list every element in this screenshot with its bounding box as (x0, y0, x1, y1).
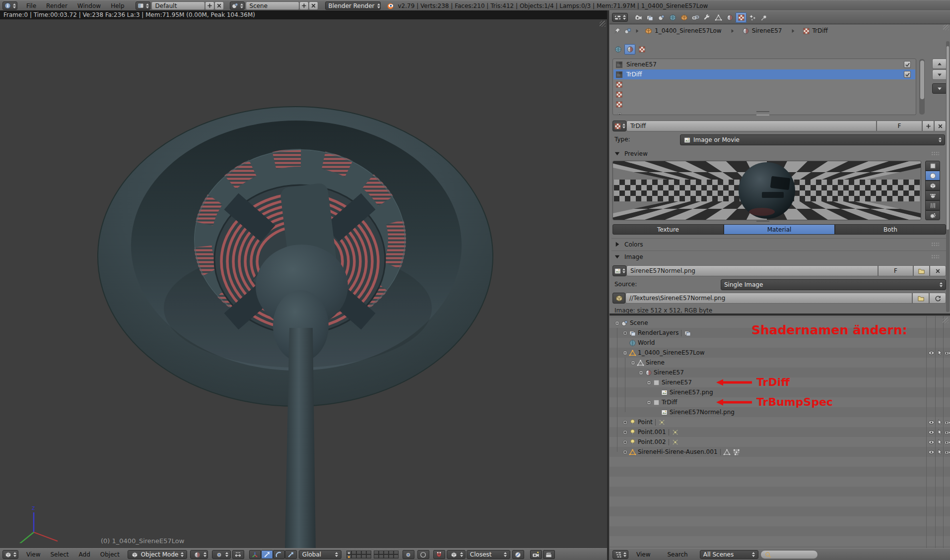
texture-context-material[interactable] (624, 44, 635, 55)
viewport-3d[interactable]: Frame:0 | Time:00:03.72 | Ve:238 Fa:236 … (0, 10, 607, 548)
outliner-row-1-0400-sirenee57low[interactable]: 1_0400_SireneE57Low (610, 348, 950, 358)
properties-tab-object[interactable] (679, 12, 689, 23)
preview-flat-button[interactable] (925, 161, 940, 171)
type-select[interactable]: Image or Movie (680, 134, 945, 145)
layer-cell[interactable] (356, 551, 361, 555)
render-engine-select[interactable]: Blender Render (325, 1, 381, 10)
menu-select[interactable]: Select (45, 551, 73, 558)
preview-mode-texture[interactable]: Texture (612, 224, 724, 235)
texture-name-field[interactable]: TrDiff (626, 121, 877, 131)
outliner-label[interactable]: SireneE57 (662, 379, 692, 386)
close-scene-button[interactable] (309, 1, 318, 10)
hide-toggle-eye-icon[interactable] (928, 419, 935, 426)
layer-cell[interactable] (389, 551, 394, 555)
texture-add-button[interactable] (922, 121, 934, 131)
render-toggle-camera-icon[interactable] (945, 350, 950, 357)
add-layout-button[interactable] (205, 1, 214, 10)
properties-tab-material[interactable] (724, 12, 735, 23)
texture-slot-checkbox[interactable] (904, 71, 911, 78)
properties-tab-particles[interactable] (747, 12, 758, 23)
screen-layout-field[interactable]: Default (151, 1, 205, 10)
texture-slot-empty-3[interactable] (613, 89, 915, 99)
outliner-row-point-001[interactable]: Point.001 (610, 427, 950, 437)
breadcrumb-object[interactable]: 1_0400_SireneE57Low (655, 27, 722, 34)
texture-slot-checkbox[interactable] (904, 61, 911, 68)
selectable-toggle-cursor-icon[interactable] (937, 349, 944, 356)
layer-cell[interactable] (351, 555, 356, 559)
properties-tab-render[interactable] (633, 12, 644, 23)
outliner-label[interactable]: SireneE57Normel.png (670, 409, 735, 416)
outliner-row-sirenee57normel-png[interactable]: SireneE57Normel.png (610, 407, 950, 417)
editor-type-3dview-button[interactable] (2, 550, 18, 559)
expand-icon[interactable] (622, 449, 628, 455)
layer-cell[interactable] (356, 555, 361, 559)
outliner-menu-search[interactable]: Search (662, 551, 692, 558)
expand-icon[interactable] (622, 429, 628, 436)
breadcrumb-material[interactable]: SireneE57 (752, 27, 782, 34)
viewport-corner-grip[interactable] (600, 21, 606, 27)
snap-element-select[interactable] (447, 550, 466, 559)
add-scene-button[interactable] (299, 1, 309, 10)
hide-toggle-eye-icon[interactable] (928, 439, 935, 446)
manipulator-translate-button[interactable] (261, 550, 273, 559)
menu-view[interactable]: View (21, 551, 45, 558)
render-toggle-camera-icon[interactable] (945, 439, 950, 446)
proportional-edit-button[interactable] (417, 550, 429, 559)
scene-icon-button[interactable] (230, 1, 245, 10)
path-reload-button[interactable] (929, 293, 946, 304)
render-toggle-camera-icon[interactable] (945, 429, 950, 436)
image-panel-grip[interactable] (931, 254, 939, 259)
preview-mode-both[interactable]: Both (835, 224, 946, 235)
texture-slot-TrDiff[interactable]: TrDiff (613, 69, 915, 79)
outliner-row-point[interactable]: Point (610, 417, 950, 427)
preview-mode-material[interactable]: Material (724, 224, 835, 235)
texture-slot-down-button[interactable] (932, 69, 947, 80)
layer-cell[interactable] (379, 551, 384, 555)
layer-cell[interactable] (379, 555, 384, 559)
editor-type-properties-button[interactable] (612, 13, 628, 22)
menu-object[interactable]: Object (95, 551, 125, 558)
image-path-field[interactable]: //Textures\SireneE57Normel.png (625, 293, 912, 304)
info-editor-icon[interactable] (2, 1, 17, 10)
properties-tab-modifiers[interactable] (701, 12, 712, 23)
render-toggle-camera-icon[interactable] (945, 419, 950, 426)
preview-panel-header[interactable]: Preview (613, 150, 648, 157)
layer-cell[interactable] (366, 555, 371, 559)
layer-cell[interactable] (374, 555, 379, 559)
outliner-label[interactable]: RenderLayers (638, 329, 679, 336)
expand-icon[interactable] (622, 330, 628, 336)
outliner-row-sirenehi-sirene-ausen-001[interactable]: SireneHi-Sirene-Ausen.001 (610, 447, 950, 457)
expand-icon[interactable] (622, 439, 628, 445)
texture-slot-empty-2[interactable] (613, 79, 915, 89)
viewport-shading-select[interactable] (190, 550, 208, 559)
image-unlink-button[interactable] (930, 265, 946, 276)
menu-file[interactable]: File (21, 2, 41, 9)
preview-hair-button[interactable] (925, 200, 940, 210)
pin-icon[interactable] (613, 27, 621, 35)
texture-slot-up-button[interactable] (932, 59, 947, 69)
texture-context-other[interactable] (636, 44, 647, 55)
colors-panel-grip[interactable] (931, 242, 939, 247)
image-open-button[interactable] (913, 265, 930, 276)
transform-orientation-select[interactable]: Global (299, 550, 341, 559)
image-name-field[interactable]: SireneE57Normel.png (626, 265, 878, 276)
manipulator-rotate-button[interactable] (273, 550, 285, 559)
outliner-search-input[interactable] (760, 550, 818, 559)
manipulate-center-points-button[interactable] (232, 550, 244, 559)
mode-select[interactable]: Object Mode (128, 550, 187, 559)
menu-add[interactable]: Add (74, 551, 95, 558)
layer-cell[interactable] (346, 551, 351, 555)
path-open-button[interactable] (912, 293, 929, 304)
outliner-label[interactable]: 1_0400_SireneE57Low (638, 349, 705, 356)
outliner-menu-view[interactable]: View (631, 551, 655, 558)
snap-toggle-button[interactable] (433, 550, 445, 559)
properties-tab-scene[interactable] (656, 12, 667, 23)
texture-unlink-button[interactable] (934, 121, 946, 131)
texture-slot-menu-button[interactable] (932, 83, 947, 94)
collapse-icon[interactable] (646, 399, 652, 406)
outliner-filter-select[interactable]: All Scenes (700, 550, 758, 559)
pivot-point-select[interactable] (212, 550, 231, 559)
outliner-row-world[interactable]: World (610, 338, 950, 348)
opengl-render-image-button[interactable] (530, 550, 542, 559)
outliner-label[interactable]: Point.001 (638, 429, 666, 436)
